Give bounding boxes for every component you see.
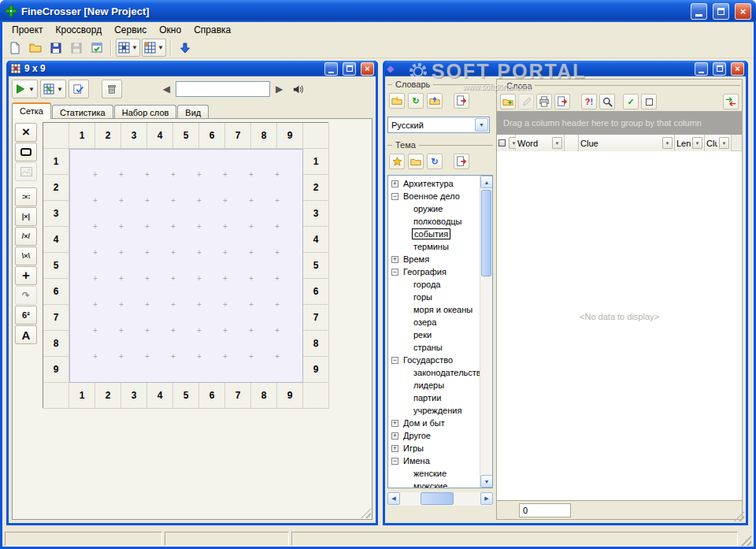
maximize-button[interactable] — [713, 3, 729, 20]
tree-item-label[interactable]: озера — [412, 317, 438, 327]
column-header-2[interactable] — [565, 135, 579, 151]
tree-item[interactable]: −Государство — [388, 354, 480, 366]
tree-item[interactable]: оружие — [388, 202, 480, 215]
generate-grid-button[interactable]: ▼ — [40, 80, 66, 98]
tree-item-label[interactable]: Время — [402, 254, 431, 264]
project-properties-button[interactable] — [87, 39, 106, 57]
tab-0[interactable]: Сетка — [12, 102, 51, 119]
language-select[interactable]: Русский ▼ — [387, 117, 490, 133]
tree-toggle-icon[interactable]: − — [391, 193, 398, 200]
crossword-grid[interactable]: 111122223333444455556666777788889999++++… — [43, 122, 328, 408]
tree-toggle-icon[interactable]: − — [391, 458, 398, 465]
tree-item[interactable]: озера — [388, 316, 480, 328]
tree-item[interactable]: горы — [388, 291, 480, 303]
refresh-dictionary-button[interactable]: ↻ — [408, 93, 424, 109]
close-button[interactable]: × — [735, 3, 751, 20]
tree-item-label[interactable]: учреждения — [412, 406, 463, 415]
tree-vertical-scrollbar[interactable]: ▲ ▼ — [480, 176, 492, 488]
check-crossword-button[interactable] — [69, 80, 89, 98]
next-word-button[interactable]: ▶ — [272, 83, 286, 95]
edit-words-button[interactable] — [518, 94, 534, 109]
tree-item-label[interactable]: термины — [412, 242, 450, 251]
fill-crossword-button[interactable]: ▼ — [12, 80, 38, 98]
tree-item-label[interactable]: Архитектура — [402, 179, 455, 188]
tree-item[interactable]: города — [388, 278, 480, 291]
grid-minimize-button[interactable] — [324, 62, 338, 76]
scroll-thumb[interactable] — [421, 492, 454, 505]
tree-item-label[interactable]: страны — [412, 343, 444, 352]
tree-item[interactable]: +Время — [388, 253, 480, 265]
tree-item-label[interactable]: моря и океаны — [412, 305, 474, 314]
menu-item-1[interactable]: Кроссворд — [50, 23, 109, 37]
new-crossword-button[interactable]: ▼ — [116, 39, 140, 57]
tree-item-label[interactable]: лидеры — [412, 380, 446, 390]
print-words-button[interactable] — [536, 94, 552, 109]
sound-button[interactable] — [288, 80, 307, 98]
tree-item[interactable]: мужские — [388, 480, 480, 488]
menu-item-2[interactable]: Сервис — [108, 23, 153, 37]
column-header-Clue[interactable]: Clue▼ — [579, 135, 675, 151]
open-theme-button[interactable] — [408, 154, 424, 169]
tab-1[interactable]: Статистика — [52, 105, 113, 119]
redo-arrow-button[interactable]: ↷ — [15, 286, 37, 305]
column-header-0[interactable]: ▼ — [497, 135, 516, 151]
resize-grip[interactable] — [361, 508, 371, 518]
export-download-button[interactable] — [176, 39, 195, 57]
picture-cell-button[interactable] — [15, 162, 37, 181]
tree-item-label[interactable]: Имена — [402, 456, 432, 466]
crossword-layout-button[interactable]: ▼ — [142, 39, 166, 57]
tree-item-label[interactable]: Игры — [402, 443, 425, 453]
tree-item-label[interactable]: мужские — [412, 481, 449, 488]
tree-item[interactable]: полководцы — [388, 215, 480, 228]
block-cell-button[interactable]: × — [15, 123, 37, 142]
tree-item[interactable]: женские — [388, 467, 480, 480]
tree-item[interactable]: лидеры — [388, 379, 480, 391]
tree-toggle-icon[interactable]: − — [391, 269, 398, 276]
tree-item-label[interactable]: География — [402, 267, 448, 276]
words-grid-body[interactable]: <No data to display> — [497, 151, 742, 500]
exponent-button[interactable]: 6² — [15, 306, 37, 325]
tree-item-label[interactable]: Другое — [402, 431, 432, 440]
tree-item[interactable]: −Военное дело — [388, 190, 480, 202]
open-project-button[interactable] — [26, 39, 45, 57]
tree-item[interactable]: −Имена — [388, 454, 480, 467]
export-words-button[interactable] — [554, 94, 570, 109]
add-words-button[interactable] — [500, 94, 516, 109]
tree-item-label[interactable]: горы — [412, 292, 434, 302]
tree-item[interactable]: моря и океаны — [388, 303, 480, 316]
words-maximize-button[interactable] — [713, 62, 726, 76]
tree-item[interactable]: законодательство — [388, 366, 480, 379]
tree-item[interactable]: события — [388, 228, 480, 240]
symmetry-diagonal-button[interactable]: /×/ — [15, 227, 37, 246]
tree-item-label[interactable]: Военное дело — [402, 191, 461, 201]
tree-item-label[interactable]: полководцы — [412, 217, 464, 226]
minimize-button[interactable] — [691, 3, 707, 20]
tree-toggle-icon[interactable]: − — [391, 357, 398, 364]
tree-item[interactable]: партии — [388, 391, 480, 404]
tree-item-label[interactable]: оружие — [412, 204, 444, 213]
export-dictionary-button[interactable] — [454, 93, 469, 109]
scroll-thumb[interactable] — [481, 190, 491, 276]
tree-item[interactable]: +Игры — [388, 442, 480, 454]
scroll-up-icon[interactable]: ▲ — [480, 176, 493, 188]
column-filter-icon[interactable]: ▼ — [692, 137, 702, 149]
shape-cell-button[interactable] — [15, 143, 37, 161]
save-as-button[interactable] — [67, 39, 86, 57]
tree-item-label[interactable]: женские — [412, 469, 448, 478]
transfer-words-button[interactable] — [723, 94, 739, 109]
search-words-button[interactable] — [599, 94, 615, 109]
menu-item-4[interactable]: Справка — [187, 23, 237, 37]
tree-toggle-icon[interactable]: + — [391, 256, 398, 263]
tree-toggle-icon[interactable]: + — [391, 432, 398, 440]
words-close-button[interactable]: × — [731, 62, 744, 76]
new-theme-button[interactable] — [389, 154, 405, 169]
tree-item[interactable]: страны — [388, 341, 480, 354]
save-project-button[interactable] — [46, 39, 65, 57]
new-dictionary-button[interactable] — [389, 93, 405, 109]
word-search-input[interactable] — [176, 81, 270, 97]
tab-3[interactable]: Вид — [177, 105, 209, 119]
tree-item-label[interactable]: события — [412, 228, 450, 239]
grid-maximize-button[interactable] — [343, 62, 356, 76]
scroll-left-icon[interactable]: ◀ — [387, 492, 400, 505]
column-filter-icon[interactable]: ▼ — [552, 137, 562, 149]
